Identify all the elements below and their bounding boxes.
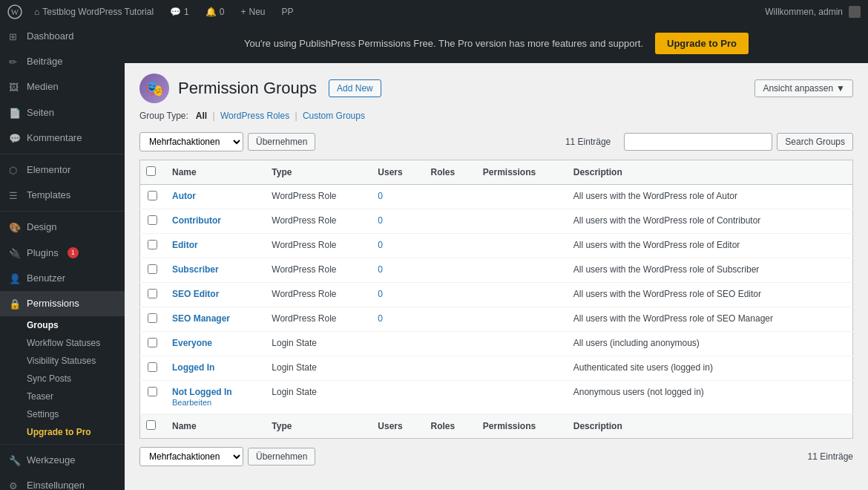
adminbar-site-name[interactable]: ⌂ Testblog WordPress Tutorial — [30, 7, 158, 17]
row-name: Everyone — [165, 332, 264, 356]
users-link[interactable]: 0 — [378, 264, 383, 275]
group-name-link[interactable]: SEO Manager — [172, 313, 230, 324]
table-body: Autor WordPress Role 0 All users with th… — [140, 185, 853, 439]
row-description: All users with the WordPress role of Aut… — [566, 185, 853, 209]
group-name-link[interactable]: Subscriber — [172, 264, 219, 275]
row-checkbox[interactable] — [148, 362, 157, 372]
header-roles: Roles — [424, 160, 476, 185]
group-name-link[interactable]: Contributor — [172, 215, 221, 226]
row-permissions — [476, 209, 566, 234]
sidebar-item-plugins[interactable]: 🔌 Plugins 1 — [0, 241, 125, 266]
entry-count-bottom: 11 Einträge — [808, 445, 853, 468]
submenu-workflow-statuses[interactable]: Workflow Statuses — [0, 334, 125, 352]
row-users — [370, 332, 423, 356]
filter-custom-groups[interactable]: Custom Groups — [303, 111, 365, 121]
row-type: WordPress Role — [264, 258, 370, 283]
sidebar-item-templates[interactable]: ☰ Templates — [0, 183, 125, 208]
group-name-link[interactable]: Not Logged In — [172, 387, 232, 397]
header-name: Name — [165, 160, 264, 185]
users-link[interactable]: 0 — [378, 240, 383, 250]
admin-bar: W ⌂ Testblog WordPress Tutorial 💬 1 🔔 0 … — [0, 0, 868, 24]
row-users: 0 — [370, 307, 423, 332]
row-roles — [424, 332, 476, 356]
customize-view-button[interactable]: Ansicht anpassen ▼ — [754, 79, 853, 97]
group-name-link[interactable]: Autor — [172, 191, 196, 201]
row-checkbox[interactable] — [148, 215, 157, 225]
users-link[interactable]: 0 — [378, 191, 383, 201]
add-new-button[interactable]: Add New — [329, 79, 381, 97]
sidebar-item-benutzer[interactable]: 👤 Benutzer — [0, 266, 125, 291]
bulk-action-select-bottom[interactable]: Mehrfachaktionen — [139, 447, 243, 466]
upgrade-to-pro-button[interactable]: Upgrade to Pro — [655, 33, 749, 54]
row-roles — [424, 356, 476, 381]
sidebar-item-elementor[interactable]: ⬡ Elementor — [0, 157, 125, 183]
filter-wp-roles[interactable]: WordPress Roles — [220, 111, 289, 121]
adminbar-new[interactable]: + Neu — [236, 7, 269, 17]
submenu-upgrade[interactable]: Upgrade to Pro — [0, 423, 125, 441]
submenu-groups[interactable]: Groups — [0, 316, 125, 334]
row-checkbox[interactable] — [148, 338, 157, 347]
admin-menu: ⊞ Dashboard ✏ Beiträge 🖼 Medien 📄 Seiten… — [0, 24, 125, 490]
adminbar-comments[interactable]: 💬 1 — [165, 7, 194, 17]
menu-separator-3 — [0, 444, 125, 445]
row-checkbox[interactable] — [148, 240, 157, 249]
row-checkbox[interactable] — [148, 313, 157, 323]
filter-all[interactable]: All — [196, 111, 207, 121]
sidebar-item-medien[interactable]: 🖼 Medien — [0, 74, 125, 99]
row-description: All users with the WordPress role of Edi… — [566, 234, 853, 258]
users-link[interactable]: 0 — [378, 289, 383, 299]
sidebar-item-dashboard[interactable]: ⊞ Dashboard — [0, 24, 125, 49]
submenu-sync-posts[interactable]: Sync Posts — [0, 370, 125, 388]
group-name-link[interactable]: SEO Editor — [172, 289, 219, 299]
apply-button[interactable]: Übernehmen — [248, 133, 315, 151]
submenu-visibility-statuses[interactable]: Visibility Statuses — [0, 352, 125, 370]
edit-link[interactable]: Bearbeiten — [172, 398, 211, 407]
group-name-link[interactable]: Everyone — [172, 338, 212, 348]
sidebar-item-permissions[interactable]: 🔒 Permissions — [0, 291, 125, 316]
bulk-action-select[interactable]: Mehrfachaktionen — [139, 132, 243, 151]
sidebar-item-design[interactable]: 🎨 Design — [0, 215, 125, 240]
row-users: 0 — [370, 209, 423, 234]
submenu-teaser[interactable]: Teaser — [0, 388, 125, 405]
row-name: Subscriber — [165, 258, 264, 283]
select-all-checkbox-bottom[interactable] — [146, 420, 156, 430]
table-row: Subscriber WordPress Role 0 All users wi… — [140, 258, 853, 283]
group-name-link[interactable]: Logged In — [172, 362, 214, 373]
users-icon: 👤 — [9, 272, 21, 284]
row-checkbox[interactable] — [148, 264, 157, 274]
settings-icon: ⚙ — [9, 480, 21, 490]
comment-icon: 💬 — [170, 7, 181, 17]
sidebar-item-seiten[interactable]: 📄 Seiten — [0, 100, 125, 125]
search-groups-input[interactable] — [624, 133, 772, 151]
row-roles — [424, 283, 476, 307]
users-link[interactable]: 0 — [378, 313, 383, 324]
row-type: Login State — [264, 381, 370, 414]
entry-count: 11 Einträge — [565, 130, 611, 154]
adminbar-publishpress[interactable]: PP — [277, 7, 298, 17]
group-name-link[interactable]: Editor — [172, 240, 198, 250]
users-link[interactable]: 0 — [378, 215, 383, 226]
apply-button-bottom[interactable]: Übernehmen — [248, 448, 315, 466]
search-groups-button[interactable]: Search Groups — [777, 133, 853, 151]
select-all-checkbox[interactable] — [146, 166, 156, 176]
footer-description-col: Description — [566, 414, 853, 439]
sidebar-item-beitrage[interactable]: ✏ Beiträge — [0, 49, 125, 74]
table-row: Editor WordPress Role 0 All users with t… — [140, 234, 853, 258]
row-name: Editor — [165, 234, 264, 258]
adminbar-updates[interactable]: 🔔 0 — [201, 7, 229, 17]
chevron-down-icon: ▼ — [836, 83, 845, 94]
main-content: You're using PublishPress Permissions Fr… — [125, 24, 868, 490]
sidebar-item-werkzeuge[interactable]: 🔧 Werkzeuge — [0, 448, 125, 473]
table-top-actions: Mehrfachaktionen Übernehmen 11 Einträge … — [139, 130, 853, 154]
row-type: WordPress Role — [264, 307, 370, 332]
row-description: All users with the WordPress role of Sub… — [566, 258, 853, 283]
row-permissions — [476, 258, 566, 283]
table-row: Autor WordPress Role 0 All users with th… — [140, 185, 853, 209]
sidebar-item-einstellungen[interactable]: ⚙ Einstellungen — [0, 473, 125, 490]
sidebar-item-kommentare[interactable]: 💬 Kommentare — [0, 125, 125, 151]
row-checkbox[interactable] — [148, 191, 157, 200]
row-checkbox[interactable] — [148, 387, 157, 396]
row-checkbox[interactable] — [148, 289, 157, 298]
submenu-settings[interactable]: Settings — [0, 405, 125, 423]
row-type: WordPress Role — [264, 209, 370, 234]
